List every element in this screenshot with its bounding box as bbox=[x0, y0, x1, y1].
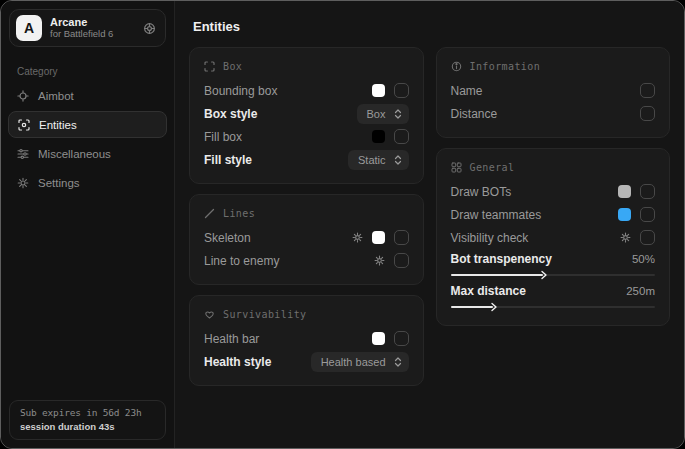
row-max-distance: Max distance250m bbox=[451, 281, 656, 313]
chevrons-updown-icon bbox=[394, 154, 402, 166]
distance-checkbox[interactable] bbox=[640, 106, 655, 121]
panel-title: Information bbox=[470, 61, 541, 72]
row-label: Health bar bbox=[204, 332, 259, 346]
skeleton-checkbox[interactable] bbox=[394, 230, 409, 245]
skeleton-color-swatch[interactable] bbox=[372, 231, 385, 244]
panel-lines: LinesSkeletonLine to enemy bbox=[189, 194, 424, 285]
row-label: Box style bbox=[204, 107, 257, 121]
draw-teammates-checkbox[interactable] bbox=[640, 207, 655, 222]
row-label: Fill box bbox=[204, 130, 242, 144]
grid-icon bbox=[451, 162, 462, 173]
slider-thumb-icon[interactable] bbox=[540, 270, 548, 280]
visibility-check-settings-gear-icon[interactable] bbox=[620, 232, 631, 243]
brand-card: A Arcane for Battlefield 6 bbox=[9, 9, 166, 47]
fill-style-select[interactable]: Static bbox=[348, 150, 409, 170]
row-bot-transpenency: Bot transpenency50% bbox=[451, 249, 656, 281]
draw-bots-color-swatch[interactable] bbox=[618, 185, 631, 198]
select-value: Box bbox=[367, 108, 386, 120]
panel-general: GeneralDraw BOTsDraw teammatesVisibility… bbox=[436, 148, 671, 326]
heart-icon bbox=[204, 309, 215, 320]
page-title: Entities bbox=[193, 19, 670, 34]
session-duration-text: session duration 43s bbox=[20, 421, 155, 432]
skeleton-settings-gear-icon[interactable] bbox=[352, 232, 363, 243]
health-bar-checkbox[interactable] bbox=[394, 331, 409, 346]
fill-box-color-swatch[interactable] bbox=[372, 130, 385, 143]
row-label: Line to enemy bbox=[204, 254, 279, 268]
slider-fill bbox=[451, 274, 543, 276]
row-label: Health style bbox=[204, 355, 271, 369]
row-line-to-enemy: Line to enemy bbox=[204, 249, 409, 272]
bounding-box-checkbox[interactable] bbox=[394, 83, 409, 98]
app-window: A Arcane for Battlefield 6 Category Aimb… bbox=[0, 0, 685, 449]
slider-label: Max distance bbox=[451, 284, 526, 298]
line-icon bbox=[204, 208, 215, 219]
health-bar-color-swatch[interactable] bbox=[372, 332, 385, 345]
draw-teammates-color-swatch[interactable] bbox=[618, 208, 631, 221]
category-label: Category bbox=[17, 66, 174, 77]
row-label: Visibility check bbox=[451, 231, 529, 245]
panel-title: General bbox=[470, 162, 515, 173]
panel-header-information: Information bbox=[451, 61, 656, 72]
draw-bots-checkbox[interactable] bbox=[640, 184, 655, 199]
bounding-box-color-swatch[interactable] bbox=[372, 84, 385, 97]
slider-fill bbox=[451, 306, 494, 308]
main-content: Entities BoxBounding boxBox styleBoxFill… bbox=[175, 1, 684, 448]
slider-label: Bot transpenency bbox=[451, 252, 552, 266]
row-name: Name bbox=[451, 79, 656, 102]
sidebar-item-aimbot[interactable]: Aimbot bbox=[1, 82, 174, 109]
select-value: Static bbox=[358, 154, 386, 166]
bot-transpenency-slider[interactable] bbox=[451, 274, 656, 276]
row-label: Draw BOTs bbox=[451, 185, 512, 199]
panel-header-general: General bbox=[451, 162, 656, 173]
row-label: Bounding box bbox=[204, 84, 277, 98]
row-skeleton: Skeleton bbox=[204, 226, 409, 249]
row-label: Name bbox=[451, 84, 483, 98]
row-fill-style: Fill styleStatic bbox=[204, 148, 409, 171]
row-fill-box: Fill box bbox=[204, 125, 409, 148]
name-checkbox[interactable] bbox=[640, 83, 655, 98]
sidebar-item-label: Aimbot bbox=[38, 90, 74, 102]
row-draw-bots: Draw BOTs bbox=[451, 180, 656, 203]
row-label: Fill style bbox=[204, 153, 252, 167]
health-style-select[interactable]: Health based bbox=[311, 352, 409, 372]
sidebar-item-label: Entities bbox=[39, 119, 77, 131]
chevrons-updown-icon bbox=[394, 356, 402, 368]
gear-icon bbox=[17, 177, 29, 189]
chevrons-updown-icon bbox=[394, 108, 402, 120]
brand-settings-icon[interactable] bbox=[143, 22, 156, 35]
slider-thumb-icon[interactable] bbox=[490, 302, 498, 312]
sidebar-item-settings[interactable]: Settings bbox=[1, 169, 174, 196]
brand-text: Arcane for Battlefield 6 bbox=[50, 16, 113, 40]
slider-value: 50% bbox=[632, 253, 655, 265]
sidebar-item-miscellaneous[interactable]: Miscellaneous bbox=[1, 140, 174, 167]
sidebar: A Arcane for Battlefield 6 Category Aimb… bbox=[1, 1, 175, 448]
panel-title: Survivability bbox=[223, 309, 306, 320]
visibility-check-checkbox[interactable] bbox=[640, 230, 655, 245]
box-style-select[interactable]: Box bbox=[357, 104, 409, 124]
panel-column-1: BoxBounding boxBox styleBoxFill boxFill … bbox=[189, 47, 424, 386]
brand-logo: A bbox=[16, 15, 42, 41]
row-distance: Distance bbox=[451, 102, 656, 125]
subscription-info: Sub expires in 56d 23h session duration … bbox=[9, 400, 166, 440]
sidebar-item-label: Miscellaneous bbox=[38, 148, 111, 160]
sidebar-item-entities[interactable]: Entities bbox=[8, 111, 167, 138]
slider-value: 250m bbox=[626, 285, 655, 297]
row-draw-teammates: Draw teammates bbox=[451, 203, 656, 226]
row-box-style: Box styleBox bbox=[204, 102, 409, 125]
panel-title: Lines bbox=[223, 208, 255, 219]
line-to-enemy-settings-gear-icon[interactable] bbox=[374, 255, 385, 266]
panel-column-2: InformationNameDistanceGeneralDraw BOTsD… bbox=[436, 47, 671, 326]
crosshair-icon bbox=[17, 90, 29, 102]
entities-icon bbox=[18, 119, 30, 131]
panel-title: Box bbox=[223, 61, 242, 72]
max-distance-slider[interactable] bbox=[451, 306, 656, 308]
row-bounding-box: Bounding box bbox=[204, 79, 409, 102]
row-health-style: Health styleHealth based bbox=[204, 350, 409, 373]
panel-header-box: Box bbox=[204, 61, 409, 72]
line-to-enemy-checkbox[interactable] bbox=[394, 253, 409, 268]
brand-subtitle: for Battlefield 6 bbox=[50, 29, 113, 40]
sidebar-nav: AimbotEntitiesMiscellaneousSettings bbox=[1, 82, 174, 196]
fill-box-checkbox[interactable] bbox=[394, 129, 409, 144]
panel-survivability: SurvivabilityHealth barHealth styleHealt… bbox=[189, 295, 424, 386]
panel-information: InformationNameDistance bbox=[436, 47, 671, 138]
